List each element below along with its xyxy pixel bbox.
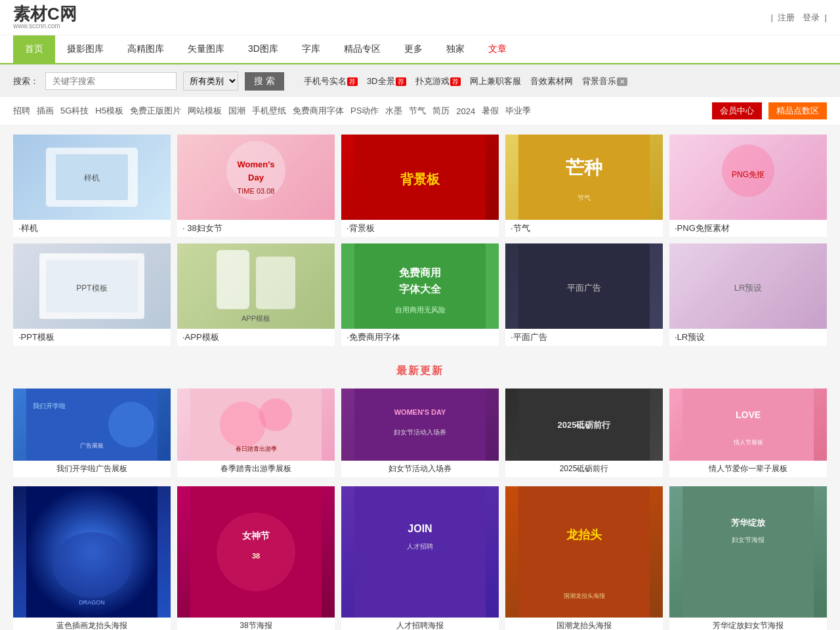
svg-rect-50 — [354, 486, 486, 618]
cat-flat-ad-label: ·平面广告 — [505, 329, 663, 346]
cat-lr[interactable]: LR预设 ·LR预设 — [669, 243, 827, 346]
svg-text:妇女节海报: 妇女节海报 — [732, 536, 765, 543]
cat-png[interactable]: PNG免抠 ·PNG免抠素材 — [669, 135, 827, 237]
svg-text:芒种: 芒种 — [566, 158, 602, 178]
latest-2025-label: 2025砥砺前行 — [505, 461, 663, 477]
tag-graduation[interactable]: 毕业季 — [505, 105, 531, 117]
cat-png-label: ·PNG免抠素材 — [669, 220, 827, 237]
nav-3d[interactable]: 3D图库 — [236, 35, 290, 63]
tag-resume[interactable]: 简历 — [432, 105, 450, 117]
category-grid: 样机 ·样机 Women's Day TIME 03.08 · 38妇女节 背景… — [0, 125, 840, 355]
tags-bar: 招聘 插画 5G科技 H5模板 免费正版图片 网站模板 国潮 手机壁纸 免费商用… — [0, 97, 840, 125]
poster-grid: DRAGON 蓝色插画龙抬头海报 女神节 38 38节海报 JOIN 人才招聘 … — [0, 486, 840, 630]
latest-spring[interactable]: 春日踏青出游季 春季踏青出游季展板 — [177, 388, 335, 477]
tag-ink[interactable]: 水墨 — [385, 105, 402, 117]
cat-mockup-label: ·样机 — [13, 220, 171, 237]
latest-2025[interactable]: 2025砥砺前行 2025砥砺前行 — [505, 388, 663, 477]
latest-section-title: 最新更新 — [0, 355, 840, 382]
svg-text:春日踏青出游季: 春日踏青出游季 — [236, 446, 277, 452]
poster-fanghua[interactable]: 芳华绽放 妇女节海报 芳华绽放妇女节海报 — [669, 486, 827, 630]
quick-link-bgm[interactable]: 背景音乐✕ — [582, 75, 627, 87]
cat-flat-ad[interactable]: 平面广告 ·平面广告 — [505, 243, 663, 346]
nav-vector[interactable]: 矢量图库 — [176, 35, 236, 63]
nav-more[interactable]: 更多 — [392, 35, 434, 63]
cat-lr-label: ·LR预设 — [669, 329, 827, 346]
tag-h5[interactable]: H5模板 — [95, 105, 123, 117]
tag-summer[interactable]: 暑假 — [482, 105, 499, 117]
nav-font[interactable]: 字库 — [290, 35, 332, 63]
svg-text:APP模板: APP模板 — [242, 314, 270, 322]
tag-free-img[interactable]: 免费正版图片 — [130, 105, 181, 117]
poster-dragon-guochao[interactable]: 龙抬头 国潮龙抬头海报 国潮龙抬头海报 — [505, 486, 663, 630]
svg-text:样机: 样机 — [84, 173, 100, 182]
svg-text:TIME 03.08: TIME 03.08 — [238, 187, 275, 195]
cat-ppt-label: ·PPT模板 — [13, 329, 171, 346]
svg-text:PPT模板: PPT模板 — [76, 284, 107, 293]
svg-rect-17 — [217, 250, 249, 309]
tag-recruit[interactable]: 招聘 — [13, 105, 30, 117]
svg-text:PNG免抠: PNG免抠 — [732, 170, 765, 179]
quick-link-jobs[interactable]: 网上兼职客服 — [470, 75, 521, 87]
nav-photography[interactable]: 摄影图库 — [55, 35, 116, 63]
tag-2024[interactable]: 2024 — [456, 106, 475, 116]
svg-text:DRAGON: DRAGON — [79, 599, 105, 606]
nav-hd[interactable]: 高精图库 — [116, 35, 176, 63]
latest-valentines[interactable]: LOVE 情人节展板 情人节爱你一辈子展板 — [669, 388, 827, 477]
svg-text:Day: Day — [248, 173, 264, 182]
nav-article[interactable]: 文章 — [476, 35, 518, 63]
cat-ppt[interactable]: PPT模板 ·PPT模板 — [13, 243, 171, 346]
tag-web-template[interactable]: 网站模板 — [188, 105, 222, 117]
latest-womens-ticket-label: 妇女节活动入场券 — [341, 461, 499, 477]
svg-point-32 — [220, 402, 266, 448]
svg-text:字体大全: 字体大全 — [399, 283, 442, 295]
quick-link-3d[interactable]: 3D全景荐 — [367, 75, 406, 87]
member-center-button[interactable]: 会员中心 — [712, 102, 762, 119]
cat-backdrop-label: ·背景板 — [341, 220, 499, 237]
tag-guochao[interactable]: 国潮 — [228, 105, 245, 117]
logo: 素材C网 www.sccnn.com — [13, 5, 77, 30]
register-link[interactable]: 注册 — [778, 12, 795, 22]
cat-womens-day[interactable]: Women's Day TIME 03.08 · 38妇女节 — [177, 135, 335, 237]
svg-rect-35 — [354, 388, 486, 461]
nav-exclusive[interactable]: 独家 — [434, 35, 476, 63]
tag-wallpaper[interactable]: 手机壁纸 — [252, 105, 286, 117]
poster-dragon-blue-label: 蓝色插画龙抬头海报 — [13, 618, 171, 630]
search-category-select[interactable]: 所有类别 — [183, 72, 238, 91]
poster-recruit[interactable]: JOIN 人才招聘 人才招聘海报 — [341, 486, 499, 630]
search-button[interactable]: 搜 索 — [245, 72, 284, 91]
quick-link-poker[interactable]: 扑克游戏荐 — [415, 75, 461, 87]
cat-backdrop[interactable]: 背景板 ·背景板 — [341, 135, 499, 237]
elite-zone-button[interactable]: 精品点数区 — [768, 102, 827, 119]
logo-text: 素材C网 — [13, 5, 77, 22]
cat-solar-term[interactable]: 芒种 节气 ·节气 — [505, 135, 663, 237]
login-link[interactable]: 登录 — [803, 12, 820, 22]
svg-text:38: 38 — [252, 552, 260, 560]
tag-illustration[interactable]: 插画 — [37, 105, 54, 117]
bgm-close[interactable]: ✕ — [617, 77, 627, 86]
poster-recruit-label: 人才招聘海报 — [341, 618, 499, 630]
quick-link-sfx[interactable]: 音效素材网 — [530, 75, 573, 87]
tag-5g[interactable]: 5G科技 — [60, 105, 89, 117]
poker-badge: 荐 — [450, 77, 461, 86]
quick-link-phone[interactable]: 手机号实名荐 — [304, 75, 358, 87]
poster-38[interactable]: 女神节 38 38节海报 — [177, 486, 335, 630]
svg-text:广告展板: 广告展板 — [80, 442, 104, 449]
tag-ps[interactable]: PS动作 — [350, 105, 379, 117]
logo-url: www.sccnn.com — [13, 22, 60, 30]
search-bar: 搜索： 所有类别 搜 索 手机号实名荐 3D全景荐 扑克游戏荐 网上兼职客服 音… — [0, 65, 840, 97]
latest-womens-ticket[interactable]: WOMEN'S DAY 妇女节活动入场券 妇女节活动入场券 — [341, 388, 499, 477]
tag-free-font[interactable]: 免费商用字体 — [293, 105, 344, 117]
cat-womens-day-label: · 38妇女节 — [177, 220, 335, 237]
cat-app[interactable]: APP模板 ·APP模板 — [177, 243, 335, 346]
nav-premium[interactable]: 精品专区 — [332, 35, 392, 63]
latest-school[interactable]: 我们开学啦 广告展板 我们开学啦广告展板 — [13, 388, 171, 477]
svg-text:节气: 节气 — [578, 194, 591, 201]
poster-dragon-blue[interactable]: DRAGON 蓝色插画龙抬头海报 — [13, 486, 171, 630]
tag-solar[interactable]: 节气 — [409, 105, 426, 117]
header-top: 素材C网 www.sccnn.com | 注册 登录 | — [0, 0, 840, 35]
cat-free-font[interactable]: 免费商用 字体大全 自用商用无风险 ·免费商用字体 — [341, 243, 499, 346]
nav-home[interactable]: 首页 — [13, 35, 55, 63]
cat-mockup[interactable]: 样机 ·样机 — [13, 135, 171, 237]
search-input[interactable] — [45, 72, 177, 90]
svg-rect-56 — [682, 486, 814, 618]
